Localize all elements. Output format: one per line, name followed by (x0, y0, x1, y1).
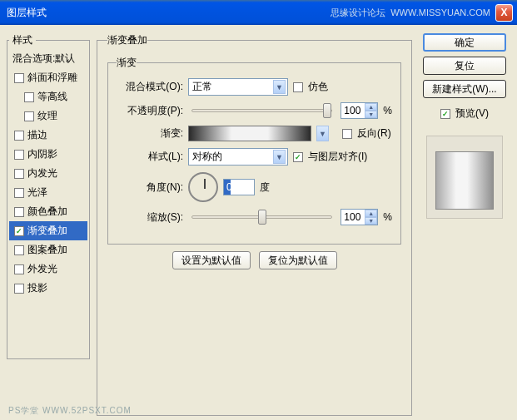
titlebar-url: WWW.MISSYUAN.COM (390, 7, 490, 17)
style-checkbox[interactable] (14, 284, 24, 294)
percent-label-2: % (383, 211, 392, 223)
style-checkbox[interactable] (14, 207, 24, 217)
style-item-label: 纹理 (37, 109, 57, 123)
preview-label: 预览(V) (455, 106, 489, 121)
style-checkbox[interactable] (14, 131, 24, 141)
style-item-2[interactable]: 纹理 (9, 106, 87, 126)
style-item-label: 光泽 (27, 185, 47, 200)
close-button[interactable]: X (495, 4, 513, 22)
style-item-label: 斜面和浮雕 (27, 71, 77, 85)
blend-mode-value: 正常 (192, 80, 212, 94)
style-item-6[interactable]: 光泽 (9, 183, 87, 202)
style-item-label: 等高线 (37, 90, 67, 104)
ok-button[interactable]: 确定 (423, 33, 506, 52)
reverse-label: 反向(R) (357, 126, 391, 141)
gradient-group: 渐变 混合模式(O): 正常 ▼ 仿色 不透明度(P): 100 ▲▼ (107, 56, 401, 245)
align-checkbox[interactable]: ✓ (293, 152, 303, 162)
style-item-label: 描边 (27, 128, 47, 142)
style-checkbox[interactable] (14, 150, 24, 160)
reset-button[interactable]: 复位 (423, 57, 506, 75)
watermark: PS学堂 WWW.52PSXT.COM (8, 405, 132, 417)
spin-down-icon[interactable]: ▼ (365, 111, 377, 118)
opacity-label: 不透明度(P): (117, 104, 183, 118)
style-label: 样式(L): (117, 150, 183, 164)
reset-default-button[interactable]: 复位为默认值 (259, 251, 337, 269)
new-style-button[interactable]: 新建样式(W)... (423, 80, 506, 98)
style-item-1[interactable]: 等高线 (9, 87, 87, 106)
style-checkbox[interactable] (14, 169, 24, 179)
scale-input[interactable]: 100 ▲▼ (341, 209, 378, 225)
preview-container (426, 136, 503, 219)
scale-label: 缩放(S): (117, 210, 183, 225)
center-column: 渐变叠加 渐变 混合模式(O): 正常 ▼ 仿色 不透明度(P): 1 (97, 33, 412, 412)
chevron-down-icon: ▼ (273, 80, 286, 94)
opacity-slider[interactable] (191, 109, 332, 112)
style-item-4[interactable]: 内阴影 (9, 145, 87, 164)
right-column: 确定 复位 新建样式(W)... ✓ 预览(V) (419, 33, 510, 412)
preview-thumbnail (435, 151, 494, 210)
spin-up-icon[interactable]: ▲ (365, 103, 377, 111)
style-checkbox[interactable] (14, 188, 24, 198)
styles-column: 样式 混合选项:默认 斜面和浮雕等高线纹理描边内阴影内发光光泽颜色叠加✓渐变叠加… (7, 33, 90, 412)
gradient-dropdown-icon[interactable]: ▼ (316, 126, 329, 141)
style-item-label: 内阴影 (27, 147, 57, 161)
style-checkbox[interactable] (24, 92, 34, 102)
style-item-8[interactable]: ✓渐变叠加 (9, 221, 87, 240)
percent-label: % (383, 105, 392, 116)
style-checkbox[interactable] (24, 111, 34, 121)
style-item-7[interactable]: 颜色叠加 (9, 202, 87, 221)
style-item-label: 外发光 (27, 262, 57, 276)
gradient-preview[interactable] (188, 126, 311, 141)
blend-options-header[interactable]: 混合选项:默认 (9, 49, 87, 68)
style-item-label: 内发光 (27, 166, 57, 180)
style-item-5[interactable]: 内发光 (9, 164, 87, 183)
close-icon: X (500, 7, 507, 18)
angle-input[interactable]: 0 (223, 179, 255, 195)
inner-title: 渐变 (117, 56, 137, 70)
spin-down-icon[interactable]: ▼ (365, 217, 377, 225)
style-item-label: 投影 (27, 281, 47, 295)
style-checkbox[interactable] (14, 245, 24, 255)
degree-label: 度 (260, 180, 270, 195)
style-checkbox[interactable] (14, 73, 24, 83)
angle-dial[interactable] (188, 172, 218, 202)
style-checkbox[interactable] (14, 264, 24, 274)
chevron-down-icon: ▼ (273, 150, 286, 164)
style-item-label: 颜色叠加 (27, 205, 67, 219)
reverse-checkbox[interactable] (342, 129, 352, 139)
style-item-3[interactable]: 描边 (9, 126, 87, 145)
spin-up-icon[interactable]: ▲ (365, 210, 377, 217)
style-checkbox[interactable]: ✓ (14, 226, 24, 236)
styles-header: 样式 (9, 33, 36, 47)
style-value: 对称的 (192, 150, 222, 164)
style-item-11[interactable]: 投影 (9, 279, 87, 298)
align-label: 与图层对齐(I) (308, 150, 367, 164)
dither-checkbox[interactable] (293, 82, 303, 92)
set-default-button[interactable]: 设置为默认值 (172, 251, 251, 269)
style-select[interactable]: 对称的 ▼ (188, 148, 288, 166)
style-item-label: 图案叠加 (27, 243, 67, 257)
preview-checkbox[interactable]: ✓ (440, 109, 450, 119)
scale-slider[interactable] (191, 215, 332, 219)
blend-mode-label: 混合模式(O): (117, 80, 183, 94)
opacity-input[interactable]: 100 ▲▼ (341, 102, 378, 119)
titlebar: 图层样式 思缘设计论坛 WWW.MISSYUAN.COM X (0, 0, 517, 25)
style-item-label: 渐变叠加 (27, 224, 67, 238)
dither-label: 仿色 (308, 80, 328, 94)
blend-mode-select[interactable]: 正常 ▼ (188, 78, 288, 96)
style-item-0[interactable]: 斜面和浮雕 (9, 68, 87, 87)
titlebar-forum: 思缘设计论坛 (331, 7, 385, 19)
style-item-9[interactable]: 图案叠加 (9, 240, 87, 259)
angle-label: 角度(N): (117, 180, 183, 195)
group-title: 渐变叠加 (107, 33, 147, 47)
window-title: 图层样式 (7, 6, 47, 20)
style-item-10[interactable]: 外发光 (9, 259, 87, 279)
gradient-label: 渐变: (117, 126, 183, 141)
